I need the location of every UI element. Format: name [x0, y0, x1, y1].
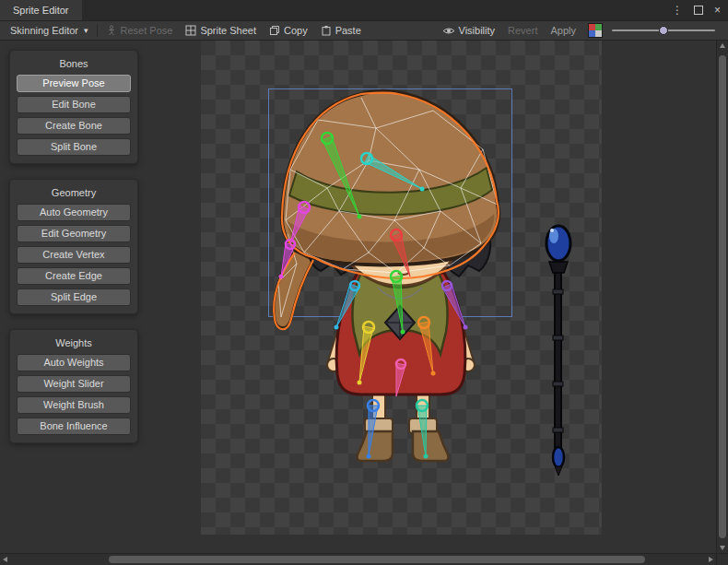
channel-green — [595, 24, 602, 30]
horizontal-scrollbar-thumb[interactable] — [109, 556, 645, 563]
character-sprite[interactable] — [274, 91, 499, 461]
copy-icon — [269, 25, 280, 36]
scroll-left-icon[interactable] — [3, 557, 7, 562]
toolbar-separator — [97, 24, 98, 37]
button-create-vertex[interactable]: Create Vertex — [17, 246, 131, 264]
tab-title: Sprite Editor — [13, 5, 69, 16]
scroll-up-icon[interactable] — [720, 43, 725, 48]
toolbar: Skinning Editor ▾ Reset Pose Sprite Shee… — [0, 20, 728, 41]
window-controls: ⋮ × — [672, 0, 721, 20]
zoom-slider-thumb[interactable] — [659, 26, 668, 35]
button-split-edge[interactable]: Split Edge — [17, 288, 131, 306]
paste-button[interactable]: Paste — [314, 21, 368, 40]
close-icon[interactable]: × — [714, 5, 721, 16]
button-auto-geometry[interactable]: Auto Geometry — [17, 204, 131, 221]
horizontal-scrollbar[interactable] — [0, 553, 716, 565]
sprite-sheet-button[interactable]: Sprite Sheet — [179, 21, 263, 40]
revert-label: Revert — [508, 25, 537, 36]
reset-pose-label: Reset Pose — [121, 25, 173, 36]
sprite-editor-window: Sprite Editor ⋮ × Skinning Editor ▾ Rese… — [0, 0, 728, 565]
vertical-scrollbar[interactable] — [716, 41, 728, 553]
button-bone-influence[interactable]: Bone Influence — [17, 418, 131, 435]
tool-panels: Bones Preview Pose Edit Bone Create Bone… — [9, 50, 138, 443]
scroll-right-icon[interactable] — [709, 557, 713, 562]
channel-red — [589, 24, 595, 30]
staff-sprite[interactable] — [546, 226, 570, 476]
scroll-down-icon[interactable] — [720, 546, 725, 550]
button-weight-slider[interactable]: Weight Slider — [17, 375, 131, 393]
apply-button[interactable]: Apply — [544, 21, 582, 40]
paste-label: Paste — [335, 25, 361, 36]
title-bar: Sprite Editor ⋮ × — [0, 0, 728, 20]
button-auto-weights[interactable]: Auto Weights — [17, 354, 131, 371]
maximize-icon[interactable] — [694, 6, 703, 15]
apply-label: Apply — [550, 25, 576, 36]
panel-weights: Weights Auto Weights Weight Slider Weigh… — [9, 329, 138, 443]
paste-icon — [321, 25, 332, 36]
scrollbar-corner — [716, 553, 728, 565]
panel-title: Bones — [10, 58, 137, 69]
window-menu-icon[interactable]: ⋮ — [672, 5, 683, 16]
channel-blue — [589, 30, 595, 37]
revert-button[interactable]: Revert — [501, 21, 544, 40]
button-split-bone[interactable]: Split Bone — [17, 138, 131, 156]
eye-icon — [442, 26, 455, 36]
reset-pose-icon — [106, 25, 117, 36]
panel-title: Weights — [10, 337, 137, 348]
tab-sprite-editor[interactable]: Sprite Editor — [0, 0, 82, 20]
copy-button[interactable]: Copy — [263, 21, 314, 40]
editor-mode-label: Skinning Editor — [10, 25, 78, 36]
visibility-label: Visibility — [459, 25, 496, 36]
button-create-edge[interactable]: Create Edge — [17, 267, 131, 285]
button-preview-pose[interactable]: Preview Pose — [17, 75, 131, 92]
button-edit-geometry[interactable]: Edit Geometry — [17, 225, 131, 242]
panel-bones: Bones Preview Pose Edit Bone Create Bone… — [9, 50, 138, 164]
button-create-bone[interactable]: Create Bone — [17, 117, 131, 135]
color-channel-icon[interactable] — [588, 23, 603, 38]
reset-pose-button[interactable]: Reset Pose — [100, 21, 180, 40]
visibility-button[interactable]: Visibility — [436, 21, 502, 40]
canvas-viewport[interactable]: Bones Preview Pose Edit Bone Create Bone… — [0, 41, 716, 553]
button-weight-brush[interactable]: Weight Brush — [17, 396, 131, 414]
button-edit-bone[interactable]: Edit Bone — [17, 96, 131, 113]
sprite-sheet-label: Sprite Sheet — [200, 25, 256, 36]
zoom-slider[interactable] — [612, 24, 715, 37]
chevron-down-icon: ▾ — [84, 26, 88, 35]
panel-geometry: Geometry Auto Geometry Edit Geometry Cre… — [9, 179, 138, 314]
channel-alpha — [595, 30, 602, 37]
sprite-sheet-icon — [185, 25, 196, 36]
vertical-scrollbar-thumb[interactable] — [719, 55, 726, 538]
panel-title: Geometry — [10, 187, 137, 198]
editor-mode-dropdown[interactable]: Skinning Editor ▾ — [4, 21, 95, 40]
copy-label: Copy — [284, 25, 308, 36]
